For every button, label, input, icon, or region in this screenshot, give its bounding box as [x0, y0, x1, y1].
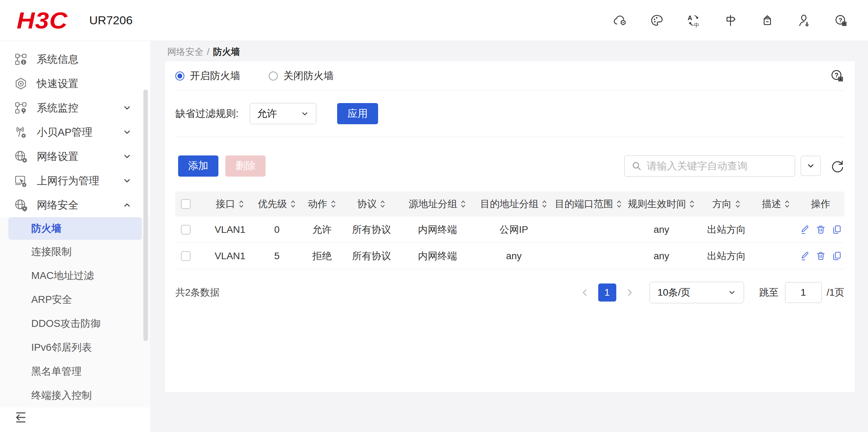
- sidebar-item-system-monitor[interactable]: 系统监控: [0, 96, 150, 120]
- column-header-effective-time[interactable]: 规则生效时间: [625, 197, 698, 211]
- column-header-protocol[interactable]: 协议: [344, 197, 399, 211]
- sidebar-item-system-info[interactable]: 系统信息: [0, 47, 150, 71]
- column-header-priority[interactable]: 优先级: [253, 197, 300, 211]
- cell-operations: [797, 225, 844, 235]
- default-rule-row: 缺省过滤规则: 允许 应用: [175, 91, 844, 137]
- delete-button[interactable]: 删除: [225, 155, 266, 177]
- sidebar-subitem-connection-limit[interactable]: 连接限制: [0, 240, 150, 264]
- sidebar-subitem-blacklist[interactable]: 黑名单管理: [0, 359, 150, 383]
- h3c-logo: H3C: [17, 7, 68, 33]
- column-header-dest-port-range[interactable]: 目的端口范围: [552, 197, 625, 211]
- table-row: VLAN1 0 允许 所有协议 内网终端 公网IP any 出站方向: [175, 217, 844, 243]
- cell-effective-time: any: [625, 224, 698, 235]
- sort-icon: [379, 199, 386, 209]
- column-header-dest-group[interactable]: 目的地址分组: [476, 197, 552, 211]
- cell-priority: 5: [253, 251, 300, 262]
- column-header-action[interactable]: 动作: [300, 197, 344, 211]
- sidebar-subitem-terminal-access[interactable]: 终端接入控制: [0, 383, 150, 407]
- column-header-direction[interactable]: 方向: [698, 197, 755, 211]
- copy-button[interactable]: [832, 225, 842, 235]
- help-icon[interactable]: ?: [833, 13, 849, 28]
- sidebar-scrollbar-thumb[interactable]: [143, 90, 148, 341]
- default-rule-select[interactable]: 允许: [250, 103, 316, 124]
- breadcrumb: 网络安全 / 防火墙: [167, 46, 240, 58]
- copy-button[interactable]: [832, 251, 842, 261]
- refresh-icon: [829, 158, 844, 173]
- sidebar-subitem-mac-filter[interactable]: MAC地址过滤: [0, 264, 150, 288]
- network-settings-icon: [14, 150, 28, 163]
- cell-action: 允许: [300, 223, 344, 236]
- theme-palette-icon[interactable]: [649, 13, 665, 28]
- search-icon: [631, 160, 642, 171]
- sidebar-item-network-settings[interactable]: 网络设置: [0, 144, 150, 169]
- subitem-label: ARP安全: [31, 293, 72, 307]
- row-checkbox[interactable]: [181, 225, 191, 235]
- cell-effective-time: any: [625, 251, 698, 262]
- sidebar-item-quick-setup[interactable]: 快速设置: [0, 71, 150, 96]
- search-input[interactable]: [647, 160, 788, 172]
- app-screen: H3C UR7206 A 中: [0, 0, 868, 432]
- page-size-value: 10条/页: [658, 286, 691, 299]
- column-header-source-group[interactable]: 源地址分组: [399, 197, 476, 211]
- sidebar-item-label: 网络安全: [37, 198, 78, 212]
- firewall-on-radio[interactable]: 开启防火墙: [175, 69, 240, 83]
- radio-selected-icon: [175, 71, 184, 81]
- refresh-button[interactable]: [829, 158, 844, 173]
- breadcrumb-parent[interactable]: 网络安全: [167, 46, 203, 58]
- prev-page-button[interactable]: [579, 286, 591, 299]
- account-icon[interactable]: [796, 13, 812, 28]
- cell-priority: 0: [253, 224, 300, 235]
- guide-icon[interactable]: [723, 13, 738, 28]
- next-page-button[interactable]: [623, 286, 636, 299]
- table-header-row: 接口 优先级 动作 协议 源地址分组: [175, 192, 844, 217]
- column-header-interface[interactable]: 接口: [207, 197, 253, 211]
- cell-dest-group: any: [476, 251, 552, 262]
- select-all-checkbox[interactable]: [181, 199, 191, 209]
- sidebar-item-behavior-management[interactable]: 上网行为管理: [0, 169, 150, 193]
- subitem-label: 连接限制: [31, 245, 72, 259]
- edit-button[interactable]: [800, 225, 810, 235]
- add-button[interactable]: 添加: [178, 155, 218, 177]
- sidebar-subitem-ddos-defense[interactable]: DDOS攻击防御: [0, 312, 150, 336]
- sidebar-subitem-ipv6-neighbors[interactable]: IPv6邻居列表: [0, 336, 150, 359]
- firewall-on-label: 开启防火墙: [190, 69, 240, 83]
- jump-to-label: 跳至: [759, 286, 779, 299]
- sidebar-collapse-button[interactable]: [14, 410, 28, 424]
- language-switch-icon[interactable]: A 中: [686, 13, 701, 28]
- behavior-management-icon: [14, 174, 28, 188]
- apply-button[interactable]: 应用: [337, 103, 378, 124]
- sidebar-subitem-firewall[interactable]: 防火墙: [8, 217, 142, 240]
- help-icon: ?: [829, 68, 845, 84]
- page-help-button[interactable]: ?: [829, 68, 845, 84]
- column-header-operation: 操作: [797, 197, 844, 211]
- firewall-card: ? 开启防火墙 关闭防火墙 缺省过滤规则: 允许 应用: [165, 61, 855, 392]
- edit-button[interactable]: [800, 251, 810, 261]
- svg-text:?: ?: [835, 72, 838, 79]
- cell-action: 拒绝: [300, 249, 344, 263]
- firewall-switch-row: 开启防火墙 关闭防火墙: [175, 61, 844, 91]
- cloud-management-icon[interactable]: [612, 13, 628, 28]
- column-header-description[interactable]: 描述: [755, 197, 797, 211]
- subitem-label: IPv6邻居列表: [31, 341, 92, 355]
- advanced-search-toggle[interactable]: [801, 156, 821, 176]
- sidebar-item-label: 系统信息: [37, 52, 78, 67]
- firewall-off-label: 关闭防火墙: [283, 69, 334, 83]
- delete-row-button[interactable]: [816, 225, 826, 235]
- sidebar-item-label: 快速设置: [37, 77, 78, 91]
- jump-to-input[interactable]: [785, 282, 822, 303]
- sort-icon: [784, 199, 790, 209]
- page-size-select[interactable]: 10条/页: [650, 282, 744, 303]
- sort-icon: [290, 199, 296, 209]
- total-count-text: 共2条数据: [175, 286, 220, 299]
- sidebar-item-network-security[interactable]: 网络安全: [0, 193, 150, 217]
- row-checkbox[interactable]: [181, 251, 191, 261]
- default-rule-label: 缺省过滤规则:: [175, 107, 239, 121]
- cell-interface: VLAN1: [207, 251, 253, 262]
- sidebar-subitem-arp-security[interactable]: ARP安全: [0, 288, 150, 312]
- sidebar-item-ap-management[interactable]: 小贝AP管理: [0, 120, 150, 144]
- page-number-button[interactable]: 1: [598, 283, 616, 302]
- system-info-icon: [14, 52, 28, 66]
- delete-row-button[interactable]: [816, 251, 826, 261]
- feedback-mail-icon[interactable]: [760, 13, 775, 28]
- firewall-off-radio[interactable]: 关闭防火墙: [269, 69, 334, 83]
